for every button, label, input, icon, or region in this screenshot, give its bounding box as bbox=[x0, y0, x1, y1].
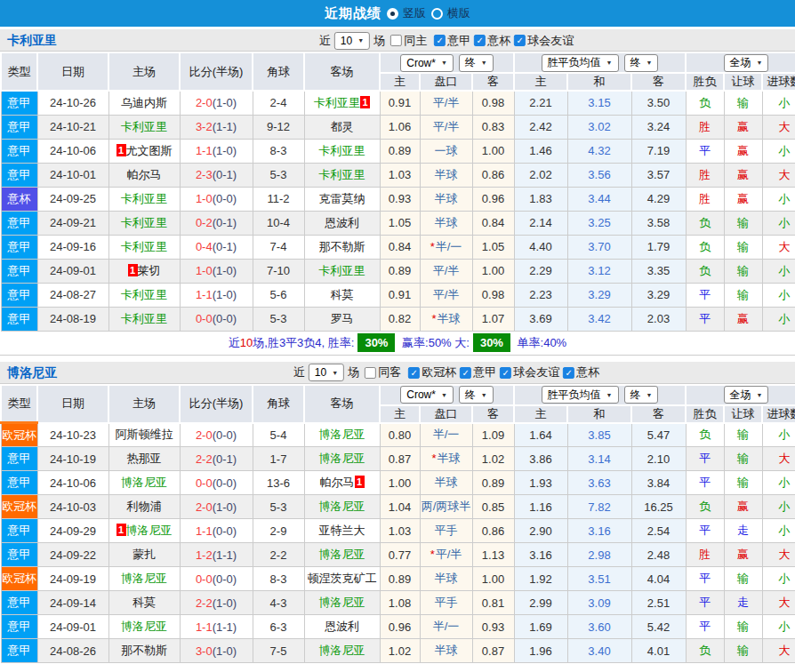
checkbox-icon[interactable] bbox=[365, 367, 376, 379]
team-name-link[interactable]: 卡利亚里 bbox=[7, 29, 57, 52]
away-team-name[interactable]: 博洛尼亚 bbox=[319, 500, 365, 513]
home-team-name[interactable]: 卡利亚里 bbox=[121, 120, 167, 133]
home-team-name[interactable]: 热那亚 bbox=[127, 452, 162, 465]
away-team-name[interactable]: 那不勒斯 bbox=[319, 240, 365, 253]
same-venue-filter[interactable]: 同主 bbox=[390, 33, 427, 49]
radio-unselected-icon[interactable] bbox=[431, 8, 443, 20]
away-team-name[interactable]: 博洛尼亚 bbox=[319, 596, 365, 609]
home-team-name[interactable]: 阿斯顿维拉 bbox=[116, 428, 173, 441]
recent-count-select[interactable]: 10▼ bbox=[309, 364, 344, 381]
home-team-name[interactable]: 卡利亚里 bbox=[121, 216, 167, 229]
score-cell[interactable]: 1-1(0-0) bbox=[180, 519, 253, 543]
avg-time-select[interactable]: 终▼ bbox=[624, 386, 659, 404]
away-team-name[interactable]: 博洛尼亚 bbox=[319, 548, 365, 561]
score-cell[interactable]: 0-2(0-1) bbox=[180, 211, 253, 235]
home-team-name[interactable]: 卡利亚里 bbox=[121, 240, 167, 253]
score-cell[interactable]: 1-0(1-0) bbox=[180, 259, 253, 283]
checkbox-icon[interactable]: ✓ bbox=[460, 367, 471, 379]
team-name-link[interactable]: 博洛尼亚 bbox=[7, 362, 57, 384]
score-cell[interactable]: 0-0(0-0) bbox=[180, 471, 253, 495]
league-filter[interactable]: ✓欧冠杯 bbox=[408, 364, 456, 380]
score-cell[interactable]: 2-2(1-0) bbox=[180, 591, 253, 615]
home-team-name[interactable]: 乌迪内斯 bbox=[121, 96, 167, 109]
away-team-name[interactable]: 克雷莫纳 bbox=[319, 192, 365, 205]
away-team-name[interactable]: 卡利亚里 bbox=[319, 264, 365, 277]
away-team-name[interactable]: 帕尔马 bbox=[320, 476, 355, 489]
league-filter[interactable]: ✓意杯 bbox=[563, 364, 599, 380]
recent-count-select[interactable]: 10▼ bbox=[334, 32, 370, 50]
score-cell[interactable]: 3-0(1-0) bbox=[180, 639, 253, 663]
away-team-name[interactable]: 恩波利 bbox=[325, 216, 359, 229]
league-filter[interactable]: ✓意甲 bbox=[460, 364, 496, 380]
home-team-name[interactable]: 莱切 bbox=[138, 264, 161, 277]
score-cell[interactable]: 0-4(0-1) bbox=[180, 235, 253, 259]
layout-option-vertical[interactable]: 竖版 bbox=[387, 5, 426, 21]
col-header-type[interactable]: 类型 bbox=[1, 52, 37, 91]
red-card-badge: 1 bbox=[116, 524, 126, 536]
score-cell[interactable]: 2-0(1-0) bbox=[180, 495, 253, 519]
league-filter[interactable]: ✓球会友谊 bbox=[514, 33, 574, 49]
away-team-name[interactable]: 恩波利 bbox=[325, 620, 359, 633]
home-team-name[interactable]: 卡利亚里 bbox=[121, 312, 167, 325]
away-team-name[interactable]: 卡利亚里 bbox=[319, 144, 365, 157]
score-cell[interactable]: 0-0(0-0) bbox=[180, 307, 253, 331]
odds-provider-select[interactable]: Crow*▼ bbox=[400, 386, 454, 404]
checkbox-icon[interactable]: ✓ bbox=[408, 367, 420, 379]
away-team-name[interactable]: 顿涅茨克矿工 bbox=[308, 572, 377, 585]
score-cell[interactable]: 2-2(0-1) bbox=[180, 447, 253, 471]
away-team-name[interactable]: 博洛尼亚 bbox=[319, 428, 365, 441]
score-cell[interactable]: 1-1(1-1) bbox=[180, 615, 253, 639]
checkbox-icon[interactable]: ✓ bbox=[474, 35, 486, 46]
away-team-name[interactable]: 科莫 bbox=[331, 288, 354, 301]
avg-home: 2.21 bbox=[514, 91, 567, 115]
home-team-name[interactable]: 博洛尼亚 bbox=[121, 620, 167, 633]
away-team-name[interactable]: 罗马 bbox=[331, 312, 354, 325]
away-team-name[interactable]: 都灵 bbox=[331, 120, 354, 133]
home-team-name[interactable]: 帕尔马 bbox=[127, 168, 162, 181]
away-team-name[interactable]: 博洛尼亚 bbox=[319, 644, 365, 657]
home-team-name[interactable]: 蒙扎 bbox=[132, 548, 156, 561]
checkbox-icon[interactable]: ✓ bbox=[500, 367, 511, 379]
home-team-name[interactable]: 博洛尼亚 bbox=[121, 476, 167, 489]
avg-time-select[interactable]: 终▼ bbox=[624, 54, 659, 72]
checkbox-icon[interactable]: ✓ bbox=[514, 35, 526, 46]
home-team-name[interactable]: 卡利亚里 bbox=[121, 288, 167, 301]
avg-type-select[interactable]: 胜平负均值▼ bbox=[542, 54, 619, 72]
odds-time-select[interactable]: 终▼ bbox=[459, 386, 494, 404]
layout-option-horizontal[interactable]: 横版 bbox=[431, 5, 470, 21]
league-filter[interactable]: ✓意杯 bbox=[474, 33, 510, 49]
score-cell[interactable]: 3-2(1-1) bbox=[180, 115, 253, 139]
away-team-name[interactable]: 卡利亚里 bbox=[319, 168, 365, 181]
checkbox-icon[interactable]: ✓ bbox=[434, 35, 446, 46]
checkbox-icon[interactable]: ✓ bbox=[563, 367, 574, 379]
radio-selected-icon[interactable] bbox=[387, 8, 398, 20]
score-cell[interactable]: 2-0(1-0) bbox=[180, 91, 253, 115]
away-team-name[interactable]: 博洛尼亚 bbox=[319, 452, 365, 465]
home-team-name[interactable]: 卡利亚里 bbox=[121, 192, 167, 205]
odds-time-select[interactable]: 终▼ bbox=[459, 54, 494, 72]
league-filter[interactable]: ✓意甲 bbox=[434, 33, 470, 49]
home-team-name[interactable]: 尤文图斯 bbox=[126, 144, 173, 157]
score-cell[interactable]: 1-1(1-0) bbox=[180, 283, 253, 307]
score-cell[interactable]: 2-0(0-0) bbox=[180, 423, 253, 447]
scope-select[interactable]: 全场▼ bbox=[724, 386, 769, 404]
league-filter[interactable]: ✓球会友谊 bbox=[500, 364, 559, 380]
col-header-type[interactable]: 类型 bbox=[1, 385, 37, 423]
away-team-name[interactable]: 卡利亚里 bbox=[314, 96, 360, 109]
home-team-name[interactable]: 科莫 bbox=[132, 596, 156, 609]
home-team-name[interactable]: 博洛尼亚 bbox=[126, 524, 173, 537]
home-team-name[interactable]: 博洛尼亚 bbox=[121, 572, 167, 585]
odds-provider-select[interactable]: Crow*▼ bbox=[400, 54, 454, 72]
score-cell[interactable]: 1-2(1-1) bbox=[180, 543, 253, 567]
avg-type-select[interactable]: 胜平负均值▼ bbox=[542, 386, 619, 404]
score-cell[interactable]: 1-1(1-0) bbox=[180, 139, 253, 163]
score-cell[interactable]: 1-0(0-0) bbox=[180, 187, 253, 211]
scope-select[interactable]: 全场▼ bbox=[724, 54, 769, 72]
home-team-name[interactable]: 利物浦 bbox=[127, 500, 162, 513]
home-team-name[interactable]: 那不勒斯 bbox=[121, 644, 167, 657]
same-venue-filter[interactable]: 同客 bbox=[365, 364, 401, 380]
away-team-name[interactable]: 亚特兰大 bbox=[319, 524, 365, 537]
checkbox-icon[interactable] bbox=[390, 35, 402, 46]
score-cell[interactable]: 2-3(0-1) bbox=[180, 163, 253, 187]
score-cell[interactable]: 0-0(0-0) bbox=[180, 567, 253, 591]
